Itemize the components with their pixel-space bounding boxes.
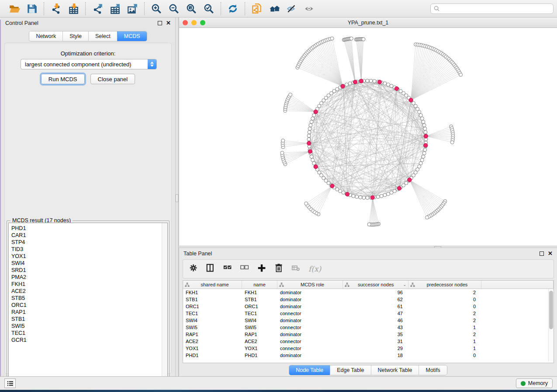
mcds-result-item[interactable]: SWI4	[11, 260, 160, 267]
tab-node-table[interactable]: Node Table	[289, 365, 330, 375]
column-header-name[interactable]: name	[242, 281, 277, 289]
export-image-icon	[127, 3, 138, 14]
search-field[interactable]	[430, 3, 554, 14]
tab-edge-table[interactable]: Edge Table	[330, 365, 370, 375]
close-table-panel-icon[interactable]: ✕	[548, 251, 553, 256]
table-row[interactable]: TEC1TEC1connector472	[183, 310, 554, 317]
table-row[interactable]: STB1STB1dominator620	[183, 296, 554, 303]
column-header-successor-nodes[interactable]: successor nodes⌄	[343, 281, 408, 289]
float-panel-icon[interactable]	[158, 21, 162, 25]
mcds-list-scrollbar[interactable]	[162, 223, 167, 382]
mcds-result-item[interactable]: STP4	[11, 239, 160, 246]
settings-button[interactable]	[189, 264, 198, 275]
save-session-button[interactable]	[24, 2, 39, 16]
mcds-result-item[interactable]: PHD1	[11, 225, 160, 232]
vertical-splitter-grip[interactable]	[176, 194, 178, 202]
search-input[interactable]	[442, 6, 550, 12]
delete-table-button	[291, 264, 301, 275]
duplicate-network-button[interactable]	[249, 2, 264, 16]
mcds-result-item[interactable]: ORC1	[11, 302, 160, 309]
mcds-result-item[interactable]: GCR1	[11, 337, 160, 344]
export-network-button[interactable]	[90, 2, 105, 16]
mcds-result-item[interactable]: FKH1	[11, 281, 160, 288]
cell-predecessor-nodes: 1	[408, 325, 481, 330]
tab-network[interactable]: Network	[29, 31, 62, 41]
table-row[interactable]: PHD1PHD1dominator180	[183, 352, 554, 359]
vertical-splitter[interactable]	[175, 17, 179, 376]
import-table-button[interactable]	[66, 2, 81, 16]
export-image-button[interactable]	[125, 2, 140, 16]
open-file-button[interactable]	[7, 2, 22, 16]
run-mcds-button[interactable]: Run MCDS	[41, 74, 85, 84]
mcds-result-item[interactable]: STB1	[11, 316, 160, 323]
home-layout-icon	[269, 3, 280, 14]
zoom-out-button[interactable]	[166, 2, 181, 16]
select-all-icon	[223, 264, 232, 275]
desktop-background	[0, 390, 557, 392]
home-layout-button[interactable]	[267, 2, 282, 16]
cell-predecessor-nodes: 0	[408, 297, 481, 302]
mcds-result-item[interactable]: RAP1	[11, 309, 160, 316]
close-panel-button[interactable]: Close panel	[90, 74, 135, 84]
deselect-all-button[interactable]	[240, 264, 249, 275]
column-header-shared-name[interactable]: shared name	[183, 281, 242, 289]
export-network-icon	[92, 3, 103, 14]
table-row[interactable]: SWI5SWI5connector431	[183, 324, 554, 331]
split-panel-button[interactable]	[206, 264, 215, 275]
cell-successor-nodes: 29	[343, 346, 408, 351]
status-bar: Memory	[0, 376, 557, 390]
column-header-predecessor-nodes[interactable]: predecessor nodes	[408, 281, 481, 289]
mcds-result-item[interactable]: ACE2	[11, 288, 160, 295]
table-row[interactable]: YOX1YOX1connector291	[183, 345, 554, 352]
refresh-layout-button[interactable]	[225, 2, 240, 16]
table-row[interactable]: FKH1FKH1dominator962	[183, 289, 554, 296]
table-scrollbar-thumb[interactable]	[549, 291, 553, 329]
network-view-titlebar[interactable]: YPA_prune.txt_1	[179, 17, 557, 28]
cell-name: ACE2	[242, 339, 277, 344]
tab-mcds[interactable]: MCDS	[117, 31, 147, 41]
task-history-button[interactable]	[4, 378, 16, 388]
mcds-result-item[interactable]: SRD1	[11, 267, 160, 274]
import-network-button[interactable]	[48, 2, 63, 16]
optimization-dropdown-value: largest connected component (undirected)	[21, 61, 148, 68]
add-column-button[interactable]	[257, 264, 266, 275]
network-graph[interactable]	[179, 28, 557, 245]
tab-network-table[interactable]: Network Table	[371, 365, 419, 375]
mcds-result-item[interactable]: PMA2	[11, 274, 160, 281]
delete-column-button[interactable]	[274, 264, 284, 275]
float-table-panel-icon[interactable]	[540, 251, 544, 256]
mcds-result-item[interactable]: STB5	[11, 295, 160, 302]
mcds-result-item[interactable]: TID3	[11, 246, 160, 253]
table-row[interactable]: ACE2ACE2connector311	[183, 338, 554, 345]
memory-button[interactable]: Memory	[516, 378, 553, 388]
memory-button-label: Memory	[528, 380, 548, 386]
cell-MCDS-role: dominator	[277, 318, 343, 323]
cell-successor-nodes: 62	[343, 297, 408, 302]
zoom-selected-button[interactable]	[201, 2, 216, 16]
export-table-button[interactable]	[107, 2, 122, 16]
hide-selected-button[interactable]	[284, 2, 299, 16]
tab-select[interactable]: Select	[88, 31, 117, 41]
table-scrollbar[interactable]	[548, 289, 554, 361]
table-row[interactable]: ORC1ORC1dominator610	[183, 303, 554, 310]
mcds-result-item[interactable]: SWI5	[11, 323, 160, 330]
tab-style[interactable]: Style	[62, 31, 88, 41]
tab-motifs[interactable]: Motifs	[419, 365, 446, 375]
close-panel-icon[interactable]: ✕	[166, 21, 171, 25]
network-canvas[interactable]	[179, 28, 557, 245]
optimization-dropdown[interactable]: largest connected component (undirected)	[21, 59, 157, 69]
column-header-MCDS-role[interactable]: MCDS role	[277, 281, 343, 289]
cell-shared-name: PHD1	[183, 353, 242, 358]
mcds-result-item[interactable]: YOX1	[11, 253, 160, 260]
mcds-result-item[interactable]: TEC1	[11, 330, 160, 337]
cell-name: FKH1	[242, 290, 277, 295]
zoom-fit-button[interactable]	[184, 2, 199, 16]
mcds-result-item[interactable]: CAR1	[11, 232, 160, 239]
mcds-result-list[interactable]: PHD1CAR1STP4TID3YOX1SWI4SRD1PMA2FKH1ACE2…	[8, 223, 168, 382]
table-row[interactable]: SWI4SWI4dominator462	[183, 317, 554, 324]
zoom-in-button[interactable]	[149, 2, 164, 16]
select-all-button[interactable]	[223, 264, 232, 275]
toolbar-separator	[144, 2, 145, 15]
show-all-button[interactable]	[302, 2, 317, 16]
table-row[interactable]: RAP1RAP1dominator352	[183, 331, 554, 338]
